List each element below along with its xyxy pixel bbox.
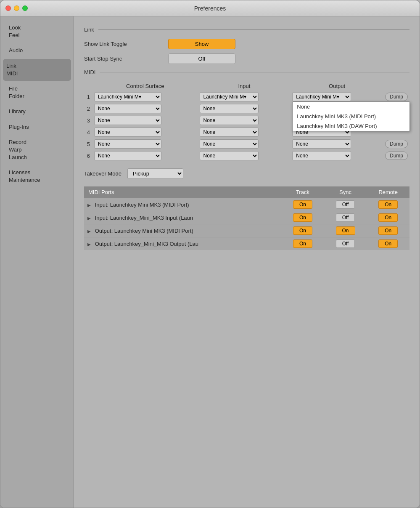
sync-toggle-2[interactable]: Off	[336, 213, 355, 222]
dropdown-item-daw-port[interactable]: Launchkey Mini MK3 (DAW Port)	[293, 121, 409, 131]
midi-input-6[interactable]: None	[200, 151, 259, 160]
midi-output-1-container: Launchkey Mini M▾ None Launchkey Mini MK…	[292, 92, 351, 101]
remote-toggle-2[interactable]: On	[378, 213, 398, 222]
minimize-button[interactable]	[14, 5, 19, 11]
midi-row-1: 1 Launchkey Mini M▾ Launchkey Mini M▾	[84, 91, 409, 103]
port-label-3: Output: Launchkey Mini MK3 (MIDI Port)	[95, 228, 193, 234]
takeover-mode-label: Takeover Mode	[84, 170, 122, 177]
track-toggle-1[interactable]: On	[293, 200, 312, 209]
sidebar-item-audio[interactable]: Audio	[3, 43, 71, 58]
midi-input-5[interactable]: None	[200, 139, 259, 149]
sidebar-item-licenses-maintenance[interactable]: LicensesMaintenance	[3, 165, 71, 187]
start-stop-sync-button[interactable]: Off	[168, 53, 235, 64]
sidebar: LookFeel Audio LinkMIDI FileFolder Libra…	[0, 16, 74, 508]
midi-table: Control Surface Input Output 1 Launchkey…	[84, 81, 409, 162]
window-title: Preferences	[194, 5, 226, 12]
midi-control-surface-1[interactable]: Launchkey Mini M▾	[94, 92, 161, 101]
maximize-button[interactable]	[22, 5, 28, 11]
midi-section-label: MIDI	[84, 69, 95, 75]
ports-col-track: Track	[281, 186, 324, 198]
ports-table-header: MIDI Ports Track Sync Remote	[84, 186, 409, 198]
expand-icon-3[interactable]: ▶	[87, 229, 91, 234]
show-link-toggle-label: Show Link Toggle	[84, 41, 168, 47]
expand-icon-1[interactable]: ▶	[87, 203, 91, 207]
midi-header-control-surface: Control Surface	[92, 81, 198, 91]
titlebar: Preferences	[0, 0, 420, 16]
dropdown-item-none[interactable]: None	[293, 102, 409, 112]
takeover-mode-select[interactable]: Pickup Value Scaling None	[127, 168, 183, 179]
remote-toggle-1[interactable]: On	[378, 200, 398, 209]
midi-control-surface-3[interactable]: None	[94, 116, 161, 125]
port-label-4: Output: Launchkey_Mini_MK3 Output (Lau	[95, 241, 198, 247]
midi-output-5[interactable]: None	[292, 139, 351, 149]
traffic-lights	[5, 5, 28, 11]
link-section-header: Link	[84, 27, 409, 33]
midi-output-6[interactable]: None	[292, 151, 351, 160]
dump-button-1[interactable]: Dump	[385, 93, 408, 101]
expand-icon-2[interactable]: ▶	[87, 216, 91, 221]
dump-button-5[interactable]: Dump	[385, 140, 408, 148]
start-stop-sync-label: Start Stop Sync	[84, 56, 168, 62]
remote-toggle-3[interactable]: On	[378, 226, 398, 235]
link-section-line	[98, 29, 409, 30]
midi-input-3[interactable]: None	[200, 116, 259, 125]
main-panel: Link Show Link Toggle Show Start Stop Sy…	[74, 16, 420, 508]
show-link-toggle-row: Show Link Toggle Show	[84, 39, 409, 49]
midi-header-output: Output	[291, 81, 383, 91]
port-label-2: Input: Launchkey_Mini_MK3 Input (Laun	[95, 215, 193, 221]
sidebar-item-library[interactable]: Library	[3, 104, 71, 119]
ports-col-name: MIDI Ports	[84, 186, 281, 198]
takeover-mode-row: Takeover Mode Pickup Value Scaling None	[84, 168, 409, 179]
sync-toggle-4[interactable]: Off	[336, 239, 355, 248]
show-link-toggle-button[interactable]: Show	[168, 39, 235, 49]
remote-toggle-4[interactable]: On	[378, 239, 398, 248]
midi-section-line	[100, 72, 409, 72]
midi-control-surface-4[interactable]: None	[94, 128, 161, 137]
sidebar-item-record-warp-launch[interactable]: RecordWarpLaunch	[3, 135, 71, 165]
sync-toggle-3[interactable]: On	[336, 226, 355, 235]
expand-icon-4[interactable]: ▶	[87, 242, 91, 247]
sidebar-item-file-folder[interactable]: FileFolder	[3, 82, 71, 104]
track-toggle-3[interactable]: On	[293, 226, 312, 235]
ports-col-remote: Remote	[367, 186, 409, 198]
main-content: LookFeel Audio LinkMIDI FileFolder Libra…	[0, 16, 420, 508]
midi-input-4[interactable]: None	[200, 128, 259, 137]
midi-section-header: MIDI	[84, 69, 409, 75]
track-toggle-2[interactable]: On	[293, 213, 312, 222]
sidebar-item-look-feel[interactable]: LookFeel	[3, 21, 71, 43]
midi-row-5: 5 None None	[84, 138, 409, 150]
track-toggle-4[interactable]: On	[293, 239, 312, 248]
ports-col-sync: Sync	[324, 186, 367, 198]
midi-control-surface-6[interactable]: None	[94, 151, 161, 160]
ports-row-output-lau: ▶ Output: Launchkey_Mini_MK3 Output (Lau…	[84, 237, 409, 250]
port-label-1: Input: Launchkey Mini MK3 (MIDI Port)	[95, 202, 189, 208]
start-stop-sync-row: Start Stop Sync Off	[84, 53, 409, 64]
sidebar-item-plug-ins[interactable]: Plug-Ins	[3, 120, 71, 134]
sidebar-item-link-midi[interactable]: LinkMIDI	[3, 59, 71, 81]
sync-toggle-1[interactable]: Off	[336, 200, 355, 209]
midi-control-surface-5[interactable]: None	[94, 139, 161, 149]
preferences-window: Preferences LookFeel Audio LinkMIDI File…	[0, 0, 420, 508]
midi-input-1[interactable]: Launchkey Mini M▾	[200, 92, 259, 101]
ports-table: MIDI Ports Track Sync Remote ▶ Input: La…	[84, 186, 409, 250]
midi-output-1[interactable]: Launchkey Mini M▾	[292, 92, 351, 101]
midi-header-input: Input	[198, 81, 291, 91]
dropdown-item-midi-port[interactable]: Launchkey Mini MK3 (MIDI Port)	[293, 112, 409, 121]
midi-control-surface-2[interactable]: None	[94, 104, 161, 113]
link-section-label: Link	[84, 27, 94, 33]
dump-button-6[interactable]: Dump	[385, 152, 408, 160]
close-button[interactable]	[5, 5, 11, 11]
ports-row-input-laun: ▶ Input: Launchkey_Mini_MK3 Input (Laun …	[84, 211, 409, 224]
midi-row-6: 6 None None	[84, 150, 409, 162]
midi-input-2[interactable]: None	[200, 104, 259, 113]
midi-output-dropdown-menu: None Launchkey Mini MK3 (MIDI Port) Laun…	[292, 101, 410, 131]
ports-row-input-midi: ▶ Input: Launchkey Mini MK3 (MIDI Port) …	[84, 198, 409, 211]
ports-row-output-midi: ▶ Output: Launchkey Mini MK3 (MIDI Port)…	[84, 224, 409, 237]
